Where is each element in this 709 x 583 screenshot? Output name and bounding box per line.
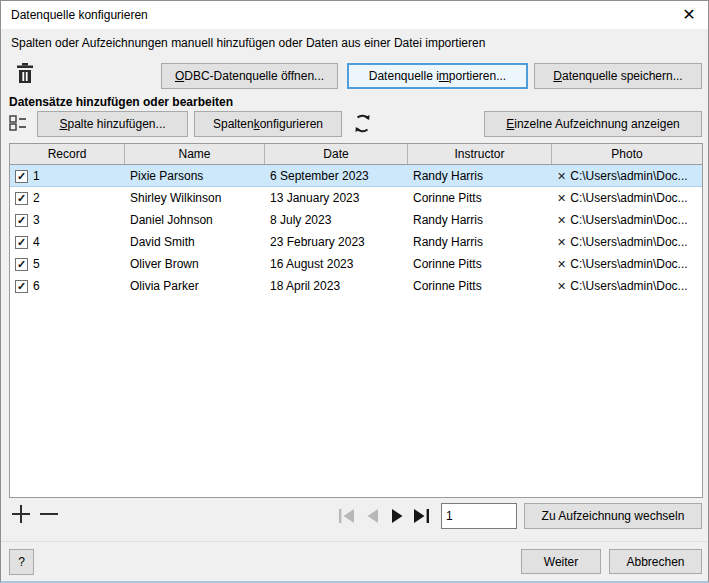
instructor-cell[interactable]: Randy Harris [408,213,552,227]
table-row[interactable]: ✓4David Smith23 February 2023Randy Harri… [10,231,702,253]
dialog-title: Datenquelle konfigurieren [11,8,148,22]
record-cell: ✓5 [10,257,125,271]
date-cell[interactable]: 6 September 2023 [265,169,408,183]
name-cell[interactable]: Pixie Parsons [125,169,265,183]
instructor-cell[interactable]: Corinne Pitts [408,257,552,271]
table-row[interactable]: ✓1Pixie Parsons6 September 2023Randy Har… [10,165,702,187]
row-checkbox[interactable]: ✓ [15,258,28,271]
open-odbc-datasource-button[interactable]: ODBC-Datenquelle öffnen... [161,63,338,89]
dialog-subtitle: Spalten oder Aufzeichnungen manuell hinz… [11,36,485,50]
remove-photo-icon[interactable]: ✕ [557,236,566,249]
delete-trash-icon[interactable] [14,62,36,89]
row-checkbox[interactable]: ✓ [15,192,28,205]
photo-cell[interactable]: ✕C:\Users\admin\Doc... [552,235,702,249]
table-row[interactable]: ✓2Shirley Wilkinson13 January 2023Corinn… [10,187,702,209]
next-record-button[interactable] [387,507,407,525]
date-cell[interactable]: 16 August 2023 [265,257,408,271]
row-checkbox[interactable]: ✓ [15,170,28,183]
photo-path: C:\Users\admin\Doc... [570,191,687,205]
add-column-button[interactable]: Spalte hinzufügen... [37,111,188,137]
record-cell: ✓1 [10,169,125,183]
photo-path: C:\Users\admin\Doc... [570,235,687,249]
record-cell: ✓6 [10,279,125,293]
column-header-record[interactable]: Record [10,144,125,164]
close-icon[interactable]: ✕ [679,5,699,25]
photo-path: C:\Users\admin\Doc... [570,279,687,293]
record-number: 2 [33,191,40,205]
instructor-cell[interactable]: Corinne Pitts [408,279,552,293]
record-cell: ✓4 [10,235,125,249]
name-cell[interactable]: Oliver Brown [125,257,265,271]
record-cell: ✓3 [10,213,125,227]
remove-record-minus-icon[interactable] [39,504,59,527]
remove-photo-icon[interactable]: ✕ [557,170,566,183]
instructor-cell[interactable]: Corinne Pitts [408,191,552,205]
date-cell[interactable]: 13 January 2023 [265,191,408,205]
column-header-name[interactable]: Name [125,144,265,164]
date-cell[interactable]: 8 July 2023 [265,213,408,227]
name-cell[interactable]: David Smith [125,235,265,249]
remove-photo-icon[interactable]: ✕ [557,280,566,293]
show-single-record-button[interactable]: Einzelne Aufzeichnung anzeigen [484,111,702,137]
cancel-button[interactable]: Abbrechen [609,549,702,574]
go-to-record-button[interactable]: Zu Aufzeichnung wechseln [524,503,702,529]
next-button[interactable]: Weiter [521,549,601,574]
name-cell[interactable]: Daniel Johnson [125,213,265,227]
titlebar: Datenquelle konfigurieren ✕ [1,1,708,29]
first-record-button[interactable] [337,507,357,525]
row-checkbox[interactable]: ✓ [15,214,28,227]
name-cell[interactable]: Olivia Parker [125,279,265,293]
last-record-button[interactable] [411,507,431,525]
date-cell[interactable]: 23 February 2023 [265,235,408,249]
table-body: ✓1Pixie Parsons6 September 2023Randy Har… [10,165,702,297]
record-number: 3 [33,213,40,227]
record-number: 5 [33,257,40,271]
photo-cell[interactable]: ✕C:\Users\admin\Doc... [552,257,702,271]
column-fields-icon [9,114,27,135]
instructor-cell[interactable]: Randy Harris [408,235,552,249]
column-header-instructor[interactable]: Instructor [408,144,552,164]
previous-record-button[interactable] [363,507,383,525]
instructor-cell[interactable]: Randy Harris [408,169,552,183]
photo-cell[interactable]: ✕C:\Users\admin\Doc... [552,279,702,293]
row-checkbox[interactable]: ✓ [15,280,28,293]
remove-photo-icon[interactable]: ✕ [557,258,566,271]
remove-photo-icon[interactable]: ✕ [557,192,566,205]
record-number: 6 [33,279,40,293]
help-button[interactable]: ? [9,549,34,575]
configure-data-source-dialog: Datenquelle konfigurieren ✕ Spalten oder… [0,0,709,583]
refresh-icon[interactable] [352,113,373,137]
row-checkbox[interactable]: ✓ [15,236,28,249]
save-datasource-button[interactable]: Datenquelle speichern... [534,63,702,89]
column-header-date[interactable]: Date [265,144,408,164]
records-table: Record Name Date Instructor Photo ✓1Pixi… [9,143,703,498]
photo-cell[interactable]: ✕C:\Users\admin\Doc... [552,169,702,183]
date-cell[interactable]: 18 April 2023 [265,279,408,293]
record-number: 4 [33,235,40,249]
photo-path: C:\Users\admin\Doc... [570,257,687,271]
record-number: 1 [33,169,40,183]
photo-cell[interactable]: ✕C:\Users\admin\Doc... [552,213,702,227]
column-header-photo[interactable]: Photo [552,144,702,164]
footer-separator [1,541,708,542]
photo-path: C:\Users\admin\Doc... [570,169,687,183]
import-datasource-button[interactable]: Datenquelle importieren... [347,63,528,89]
table-row[interactable]: ✓3Daniel Johnson8 July 2023Randy Harris✕… [10,209,702,231]
remove-photo-icon[interactable]: ✕ [557,214,566,227]
record-number-input[interactable] [441,503,517,529]
name-cell[interactable]: Shirley Wilkinson [125,191,265,205]
record-cell: ✓2 [10,191,125,205]
records-section-heading: Datensätze hinzufügen oder bearbeiten [9,95,233,109]
configure-columns-button[interactable]: Spalten konfigurieren [194,111,342,137]
photo-cell[interactable]: ✕C:\Users\admin\Doc... [552,191,702,205]
add-record-plus-icon[interactable] [11,504,31,527]
table-row[interactable]: ✓6Olivia Parker18 April 2023Corinne Pitt… [10,275,702,297]
table-row[interactable]: ✓5Oliver Brown16 August 2023Corinne Pitt… [10,253,702,275]
table-header: Record Name Date Instructor Photo [10,144,702,165]
photo-path: C:\Users\admin\Doc... [570,213,687,227]
